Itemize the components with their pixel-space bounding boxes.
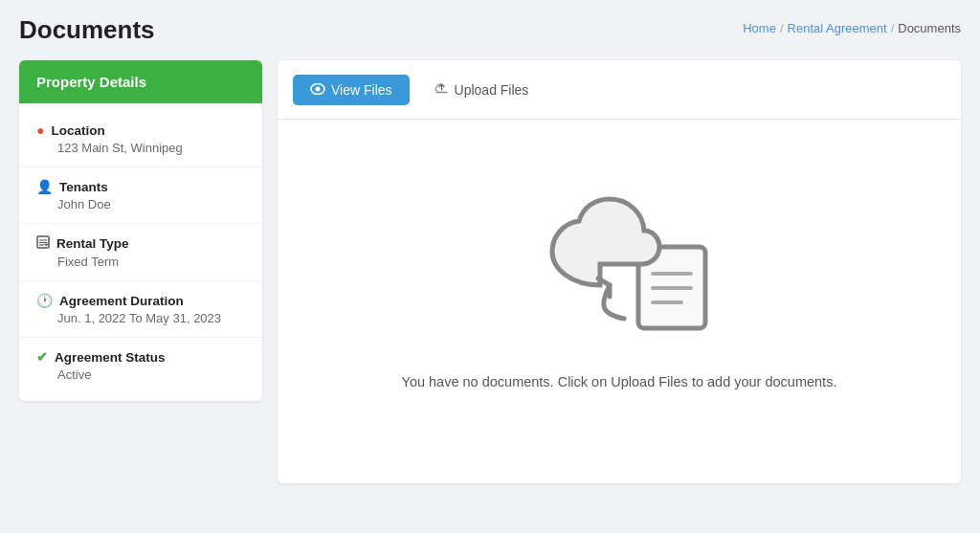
tenants-label: 👤 Tenants — [36, 179, 245, 194]
breadcrumb-current: Documents — [898, 21, 961, 35]
breadcrumb-rental[interactable]: Rental Agreement — [788, 21, 887, 35]
sidebar-items: ● Location 123 Main St, Winnipeg 👤 Tenan… — [19, 103, 262, 401]
rental-icon — [36, 235, 50, 252]
breadcrumb: Home / Rental Agreement / Documents — [743, 15, 961, 35]
status-icon: ✔ — [36, 349, 48, 365]
sidebar: Property Details ● Location 123 Main St,… — [19, 60, 262, 401]
svg-point-5 — [316, 86, 321, 91]
view-files-label: View Files — [331, 82, 392, 98]
agreement-status-label: ✔ Agreement Status — [36, 349, 245, 365]
upload-icon — [434, 81, 449, 98]
agreement-status-value: Active — [36, 367, 245, 382]
tab-upload-files[interactable]: Upload Files — [417, 74, 546, 105]
tab-bar: View Files Upload Files — [278, 60, 961, 120]
sidebar-header: Property Details — [19, 60, 262, 103]
tab-view-files[interactable]: View Files — [293, 75, 410, 105]
page-title: Documents — [19, 15, 155, 45]
sidebar-item-agreement-duration: 🕐 Agreement Duration Jun. 1, 2022 To May… — [19, 281, 262, 338]
agreement-duration-label: 🕐 Agreement Duration — [36, 293, 245, 308]
rental-type-value: Fixed Term — [36, 255, 245, 269]
main-panel: View Files Upload Files — [278, 60, 961, 483]
sidebar-item-location: ● Location 123 Main St, Winnipeg — [19, 111, 262, 167]
breadcrumb-sep1: / — [780, 21, 784, 35]
eye-icon — [310, 82, 325, 98]
location-icon: ● — [36, 122, 44, 138]
upload-files-label: Upload Files — [455, 82, 529, 98]
empty-state-message: You have no documents. Click on Upload F… — [402, 374, 837, 389]
breadcrumb-home[interactable]: Home — [743, 21, 776, 35]
rental-type-label: Rental Type — [36, 235, 245, 252]
location-label: ● Location — [36, 122, 245, 138]
sidebar-item-tenants: 👤 Tenants John Doe — [19, 167, 262, 224]
breadcrumb-sep2: / — [891, 21, 895, 35]
main-content: Property Details ● Location 123 Main St,… — [19, 60, 961, 483]
agreement-duration-value: Jun. 1, 2022 To May 31, 2023 — [36, 311, 245, 325]
empty-state-icon — [514, 194, 724, 351]
location-value: 123 Main St, Winnipeg — [36, 141, 245, 155]
tenants-value: John Doe — [36, 197, 245, 211]
sidebar-item-rental-type: Rental Type Fixed Term — [19, 224, 262, 281]
user-icon: 👤 — [36, 179, 53, 194]
sidebar-item-agreement-status: ✔ Agreement Status Active — [19, 338, 262, 393]
page-header: Documents Home / Rental Agreement / Docu… — [19, 15, 961, 45]
empty-state: You have no documents. Click on Upload F… — [278, 120, 961, 483]
duration-icon: 🕐 — [36, 293, 53, 308]
